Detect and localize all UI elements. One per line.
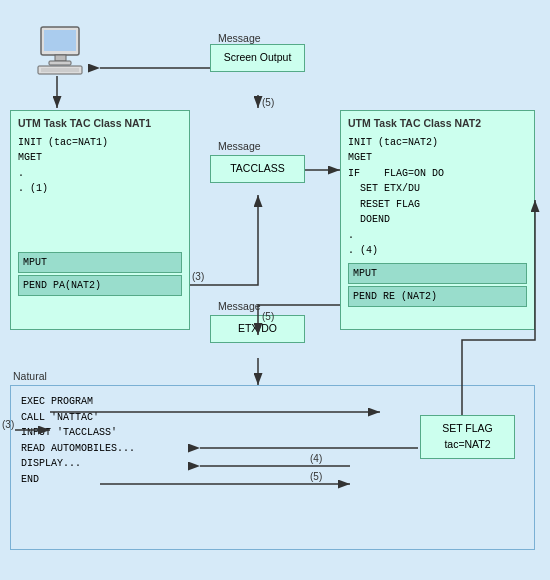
nat1-code: INIT (tac=NAT1) MGET . . (1) [18,135,182,197]
nat1-box: UTM Task TAC Class NAT1 INIT (tac=NAT1) … [10,110,190,330]
message-label-tacclass: Message [218,140,261,152]
set-flag-box: SET FLAG tac=NAT2 [420,415,515,459]
etxdo-box: ETX/DO [210,315,305,343]
computer-icon [30,22,90,79]
svg-rect-2 [55,55,66,61]
svg-rect-5 [41,68,79,72]
nat2-mput: MPUT [348,263,527,284]
screen-output-box: Screen Output [210,44,305,72]
nat1-mput: MPUT [18,252,182,273]
tacclass-box: TACCLASS [210,155,305,183]
nat1-pend: PEND PA(NAT2) [18,275,182,296]
natural-box: Natural EXEC PROGRAM CALL 'NATTAC' INPUT… [10,385,535,550]
nat-line-6: END [21,472,524,488]
nat2-code: INIT (tac=NAT2) MGET IF FLAG=ON DO SET E… [348,135,527,259]
etxdo-label: ETX/DO [218,321,297,337]
nat1-title: UTM Task TAC Class NAT1 [18,116,182,132]
message-label-etxdo: Message [218,300,261,312]
natural-label: Natural [13,370,47,382]
message-label-top: Message [218,32,261,44]
label-5-top: (5) [262,97,274,108]
nat-line-1: EXEC PROGRAM [21,394,524,410]
set-flag-line2: tac=NAT2 [428,437,507,453]
label-3-nat1: (3) [192,271,204,282]
nat2-title: UTM Task TAC Class NAT2 [348,116,527,132]
tacclass-label: TACCLASS [218,161,297,177]
screen-output-label: Screen Output [218,50,297,66]
set-flag-line1: SET FLAG [428,421,507,437]
svg-rect-3 [49,61,71,65]
diagram-container: Message Screen Output UTM Task TAC Class… [0,0,550,580]
nat2-box: UTM Task TAC Class NAT2 INIT (tac=NAT2) … [340,110,535,330]
nat2-pend: PEND RE (NAT2) [348,286,527,307]
svg-rect-1 [44,30,76,51]
